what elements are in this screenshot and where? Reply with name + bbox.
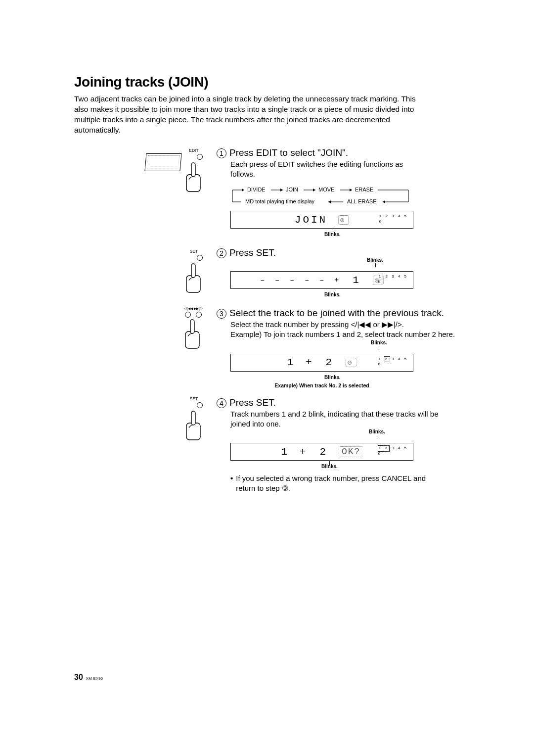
hand-icon — [185, 263, 203, 293]
step-heading: Press SET. — [229, 247, 276, 258]
svg-rect-4 — [186, 276, 200, 292]
knob-icon — [197, 402, 203, 408]
svg-text:ALL ERASE: ALL ERASE — [347, 198, 377, 204]
step-heading: Select the track to be joined with the p… — [229, 308, 444, 319]
next-knob-icon — [196, 312, 202, 318]
svg-rect-8 — [186, 423, 200, 440]
svg-marker-25 — [383, 200, 385, 203]
lcd-display-sel2: 1 + 2 ◎ 1 2 3 4 5 6 — [230, 354, 413, 372]
blinks-row-top: Blinks. — [230, 259, 413, 267]
step-number: 4 — [217, 398, 226, 408]
svg-text:MD total playing time display: MD total playing time display — [245, 198, 315, 204]
svg-text:DIVIDE: DIVIDE — [247, 187, 266, 192]
blinks-label: Blinks. — [324, 232, 341, 237]
diagram-set-2: SET — [185, 397, 203, 443]
step-body: Track numbers 1 and 2 blink, indicating … — [230, 409, 458, 429]
lcd-ok: OK? — [340, 446, 362, 457]
knob-icon — [197, 154, 203, 160]
page-number: 30 — [74, 673, 83, 682]
lcd-track-numbers: 1 2 3 4 5 6 — [378, 274, 408, 284]
step-1: 1 Press EDIT to select "JOIN". Each pres… — [217, 147, 480, 239]
blinks-label: Blinks. — [324, 375, 341, 380]
step-heading: Press EDIT to select "JOIN". — [229, 147, 348, 158]
blinks-label: Blinks. — [321, 464, 338, 469]
lcd-display-ok: 1 + 2 OK? 1 2 3 4 5 6 — [230, 443, 413, 461]
svg-rect-5 — [191, 264, 195, 278]
blinks-row: Blinks. — [230, 374, 413, 381]
disc-icon: ◎ — [346, 358, 356, 367]
step-heading: Press SET. — [229, 397, 276, 408]
intro-paragraph: Two adjacent tracks can be joined into a… — [74, 94, 425, 136]
svg-rect-2 — [186, 175, 200, 191]
svg-rect-3 — [191, 163, 195, 177]
step-3: 3 Select the track to be joined with the… — [217, 308, 480, 388]
lcd-track-numbers: 1 2 3 4 5 6 — [378, 446, 408, 456]
lcd-track-numbers: 1 2 3 4 5 6 — [378, 357, 408, 367]
blinks-label: Blinks. — [369, 429, 385, 434]
set-label: SET — [185, 249, 203, 254]
example-caption: Example) When track No. 2 is selected — [230, 382, 413, 388]
step-bullet: If you selected a wrong track number, pr… — [230, 473, 438, 494]
lcd-left: 1 + — [287, 357, 315, 368]
lcd-right: 2 — [319, 446, 329, 458]
svg-text:ERASE: ERASE — [355, 187, 373, 192]
blinks-row: Blinks. — [230, 463, 413, 471]
blinks-label: Blinks. — [324, 292, 341, 297]
edit-label: EDIT — [185, 148, 203, 153]
svg-rect-6 — [185, 331, 199, 348]
step-number: 2 — [217, 248, 226, 258]
svg-rect-9 — [191, 411, 195, 425]
step-body: Select the track number by pressing </|◀… — [230, 320, 458, 340]
lcd-display-join: JOIN ◎ 1 2 3 4 5 6 — [230, 211, 413, 229]
blinks-row: Blinks. — [230, 291, 413, 299]
svg-marker-17 — [313, 189, 315, 191]
blinks-row-top: Blinks. — [230, 431, 413, 439]
lcd-left: – – – – – + — [260, 276, 342, 284]
hand-icon — [185, 410, 203, 441]
lcd-num: 1 — [353, 275, 362, 286]
lcd-right: 2 — [326, 357, 335, 368]
set-label: SET — [185, 397, 203, 401]
prev-knob-icon — [185, 312, 191, 318]
edit-function-flow: DIVIDE JOIN MOVE ERASE — [230, 184, 413, 207]
lcd-track-numbers: 1 2 3 4 5 6 — [379, 214, 408, 224]
diagram-prevnext: </|◀◀ ▶▶|/> — [184, 307, 203, 353]
diagram-edit: EDIT — [145, 148, 203, 195]
step-2: 2 Press SET. Blinks. – – – – – + 1 ◎ 1 2… — [217, 247, 480, 299]
left-illustrations: EDIT — [74, 147, 203, 503]
page-footer: 30 XM-EX90 — [74, 673, 103, 682]
remote-illustration — [144, 153, 181, 171]
blinks-row: Blinks. — [230, 231, 413, 238]
svg-text:JOIN: JOIN — [286, 187, 298, 192]
lcd-display-sel1: – – – – – + 1 ◎ 1 2 3 4 5 6 — [230, 271, 413, 289]
prevnext-label: </|◀◀ ▶▶|/> — [184, 307, 203, 310]
blinks-row-top: Blinks. — [230, 342, 413, 350]
hand-icon — [184, 319, 202, 349]
svg-marker-20 — [350, 189, 352, 191]
disc-icon: ◎ — [338, 215, 349, 225]
svg-rect-7 — [190, 320, 194, 333]
svg-marker-11 — [242, 189, 244, 191]
blinks-label: Blinks. — [367, 257, 383, 263]
step-body: Each press of EDIT switches the editing … — [230, 159, 428, 180]
model-number: XM-EX90 — [86, 676, 103, 681]
hand-icon — [185, 162, 203, 192]
step-number: 1 — [217, 148, 226, 158]
diagram-set-1: SET — [185, 249, 203, 296]
blinks-label: Blinks. — [371, 340, 387, 345]
section-title: Joining tracks (JOIN) — [74, 74, 480, 90]
step-number: 3 — [217, 309, 226, 319]
lcd-left: 1 + — [281, 446, 309, 458]
svg-marker-14 — [280, 189, 283, 191]
lcd-text: JOIN — [295, 214, 327, 226]
svg-marker-28 — [328, 200, 331, 203]
knob-icon — [197, 255, 203, 261]
step-4: 4 Press SET. Track numbers 1 and 2 blink… — [217, 397, 480, 494]
svg-text:MOVE: MOVE — [318, 187, 334, 192]
